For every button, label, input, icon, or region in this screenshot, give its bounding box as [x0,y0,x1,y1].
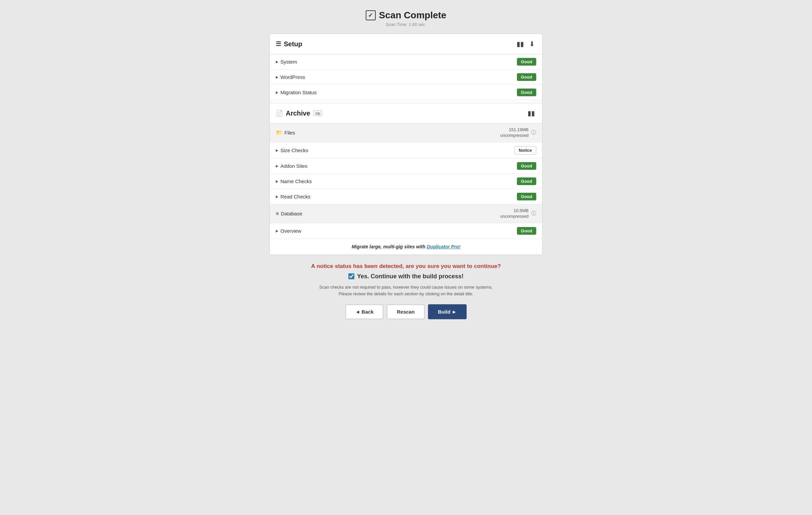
chevron-right-icon: ▶ [276,91,279,94]
page-title: ✓ Scan Complete [366,10,446,21]
files-help-icon[interactable]: ⓘ [531,129,536,136]
status-badge-wordpress: Good [517,73,536,81]
status-badge-overview: Good [517,227,536,235]
database-help-icon[interactable]: ⓘ [531,210,536,217]
build-button[interactable]: Build ► [428,304,467,319]
chevron-right-icon: ▶ [276,195,279,199]
promote-section: Migrate large, multi-gig sites with Dupl… [270,239,542,255]
film-icon-button[interactable]: ▮▮ [515,39,525,49]
setup-row-migration[interactable]: ▶ Migration Status Good [270,85,542,100]
status-badge-addon-sites: Good [517,162,536,170]
chevron-right-icon: ▶ [276,179,279,183]
status-badge-migration: Good [517,89,536,96]
setup-actions: ▮▮ ⬇ [515,39,536,49]
files-row-addon-sites[interactable]: ▶ Addon Sites Good [270,158,542,174]
notice-description: Scan checks are not required to pass, ho… [311,284,501,298]
archive-drive-icon-button[interactable]: ▮▮ [526,109,536,118]
archive-icon: 📄 [276,110,283,117]
status-badge-size-checks: Notice [514,146,536,154]
download-icon-button[interactable]: ⬇ [528,39,536,49]
setup-title: ☰ Setup [276,40,302,48]
archive-actions: ▮▮ [526,109,536,118]
chevron-right-icon: ▶ [276,229,279,233]
back-button[interactable]: ◄ Back [345,304,384,319]
folder-icon: 📁 [276,129,283,136]
continue-checkbox[interactable] [348,273,354,279]
archive-section-header: 📄 Archive zip ▮▮ [270,103,542,123]
status-badge-name-checks: Good [517,177,536,185]
status-badge-system: Good [517,58,536,66]
scan-complete-icon: ✓ [366,10,376,20]
page-header: ✓ Scan Complete Scan Time: 1.60 sec. [366,10,446,27]
database-icon: ≡ [276,211,279,217]
database-group-header: ≡ Database 10.5MB uncompressed ⓘ [270,204,542,223]
status-badge-read-checks: Good [517,193,536,201]
duplicator-pro-link[interactable]: Duplicator Pro! [427,244,460,249]
chevron-right-icon: ▶ [276,164,279,168]
files-row-name-checks[interactable]: ▶ Name Checks Good [270,174,542,189]
setup-icon: ☰ [276,40,281,48]
main-card: ☰ Setup ▮▮ ⬇ ▶ System Good ▶ WordPress G… [269,34,543,255]
chevron-right-icon: ▶ [276,149,279,152]
files-row-read-checks[interactable]: ▶ Read Checks Good [270,189,542,204]
files-row-size-checks[interactable]: ▶ Size Checks Notice [270,143,542,158]
scan-time: Scan Time: 1.60 sec. [366,22,446,27]
button-row: ◄ Back Rescan Build ► [311,304,501,319]
continue-label[interactable]: Yes. Continue with the build process! [311,273,501,280]
chevron-right-icon: ▶ [276,75,279,79]
rescan-button[interactable]: Rescan [387,304,424,319]
files-group-header: 📁 Files 151.19MB uncompressed ⓘ [270,123,542,143]
setup-section-header: ☰ Setup ▮▮ ⬇ [270,34,542,54]
setup-row-system[interactable]: ▶ System Good [270,54,542,69]
zip-badge: zip [313,111,322,116]
database-row-overview[interactable]: ▶ Overview Good [270,223,542,239]
setup-row-wordpress[interactable]: ▶ WordPress Good [270,69,542,85]
notice-section: A notice status has been detected, are y… [304,263,508,320]
archive-title: 📄 Archive zip [276,110,322,117]
notice-warning-text: A notice status has been detected, are y… [311,263,501,270]
chevron-right-icon: ▶ [276,60,279,64]
